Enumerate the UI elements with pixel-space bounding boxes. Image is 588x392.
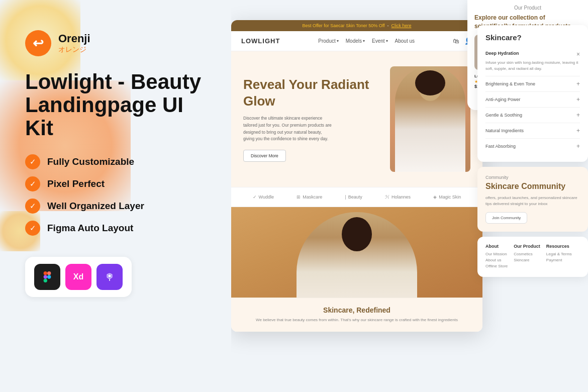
plus-icon: +: [576, 127, 580, 134]
xd-icon: Xd: [65, 264, 91, 290]
footer-col-product: Our Product Cosmetics Skincare: [514, 244, 540, 270]
right-panels: Skincare? Deep Hydration × Infuse your s…: [477, 25, 588, 277]
brand-magicskin: ◈ Magic Skin: [433, 194, 461, 200]
faq-panel: Skincare? Deep Hydration × Infuse your s…: [477, 25, 588, 162]
svg-point-6: [109, 274, 111, 277]
feature-label: Fully Customizable: [47, 156, 134, 167]
footer-columns: About Our Mission About us Offline Store…: [485, 244, 580, 270]
svg-rect-1: [47, 271, 51, 275]
plus-icon: +: [576, 80, 580, 87]
check-icon: ✓: [25, 154, 40, 169]
site-logo: LOWLIGHT: [241, 37, 280, 45]
faq-item-brightening[interactable]: Brightening & Even Tone +: [485, 76, 580, 92]
community-description: offers, product launches, and personaliz…: [485, 195, 580, 207]
footer-col-item[interactable]: About us: [485, 258, 508, 262]
svg-point-4: [47, 275, 51, 278]
brand-row: ↩ Orenji オレンジ: [25, 30, 206, 56]
check-icon: ✓: [25, 176, 40, 191]
brand-strip: ✓ Wuddle ⊞ Maskcare | Beauty ℋ Holannes …: [231, 187, 482, 207]
svg-rect-0: [44, 271, 47, 275]
faq-item-natural[interactable]: Natural Ingredients +: [485, 123, 580, 139]
hero-title: Reveal Your Radiant Glow: [243, 76, 390, 109]
faq-label: Deep Hydration: [485, 51, 519, 58]
site-nav-links: Product ▾ Models ▾ Event ▾ About us: [290, 38, 443, 44]
topbar-text: Best Offer for Saecar Skin Toner 50% Off: [302, 23, 384, 28]
footer-col-item[interactable]: Cosmetics: [514, 252, 540, 256]
nav-link-about[interactable]: About us: [395, 38, 415, 44]
faq-item-header: Deep Hydration ×: [485, 51, 580, 58]
feature-label: Pixel Perfect: [47, 178, 105, 189]
brand-wuddle: ✓ Wuddle: [253, 194, 274, 200]
footer-col-item[interactable]: Offline Store: [485, 264, 508, 268]
brand-japanese: オレンジ: [58, 45, 90, 54]
brand-logo-icon: ↩: [25, 30, 51, 56]
faq-description: Infuse your skin with long-lasting moist…: [485, 60, 580, 72]
check-icon: ✓: [25, 221, 40, 236]
topbar-cta[interactable]: Click here: [391, 23, 412, 28]
site-nav: LOWLIGHT Product ▾ Models ▾ Event ▾ Abou…: [231, 31, 482, 51]
svg-rect-3: [44, 278, 47, 282]
faq-item-antiaging[interactable]: Anti-Aging Power +: [485, 92, 580, 108]
brand-text: Orenji オレンジ: [58, 32, 90, 54]
community-title: Skincare Community: [485, 182, 580, 191]
brand-name: Orenji: [58, 32, 90, 45]
site-bottom-text: Skincare, Redefined We believe that true…: [231, 298, 482, 332]
footer-col-item[interactable]: Payment: [546, 258, 572, 262]
feature-label: Figma Auto Layout: [47, 223, 133, 234]
site-hero: Reveal Your Radiant Glow Discover the ul…: [231, 51, 482, 187]
footer-panel: About Our Mission About us Offline Store…: [477, 237, 588, 277]
nav-link-models[interactable]: Models ▾: [346, 38, 365, 44]
community-join-button[interactable]: Join Community: [485, 212, 527, 224]
footer-col-item[interactable]: Legal & Terms: [546, 252, 572, 256]
minus-icon: ×: [576, 51, 580, 58]
penpot-icon: [96, 264, 123, 290]
preview-area: Best Offer for Saecar Skin Toner 50% Off…: [231, 0, 588, 392]
website-mockup: Best Offer for Saecar Skin Toner 50% Off…: [231, 20, 482, 332]
site-topbar: Best Offer for Saecar Skin Toner 50% Off…: [231, 20, 482, 31]
main-title: Lowlight - Beauty Landingpage UI Kit: [25, 70, 206, 140]
faq-item-absorbing[interactable]: Fast Absorbing +: [485, 139, 580, 154]
plus-icon: +: [576, 96, 580, 103]
footer-col-about: About Our Mission About us Offline Store: [485, 244, 508, 270]
tool-icons-row: Xd: [25, 257, 132, 297]
feature-item-pixel: ✓ Pixel Perfect: [25, 176, 206, 191]
site-bottom-desc: We believe that true beauty comes from w…: [243, 317, 470, 324]
plus-icon: +: [576, 143, 580, 150]
footer-col-resources: Resources Legal & Terms Payment: [546, 244, 572, 270]
plus-icon: +: [576, 112, 580, 119]
brand-holannes: ℋ Holannes: [385, 194, 411, 200]
feature-label: Well Organized Layer: [47, 201, 144, 212]
hero-text: Reveal Your Radiant Glow Discover the ul…: [243, 76, 390, 161]
brand-beauty: | Beauty: [345, 194, 362, 200]
community-label: Community: [485, 175, 580, 180]
nav-link-event[interactable]: Event ▾: [372, 38, 388, 44]
bag-icon[interactable]: 🛍: [453, 37, 459, 45]
hero-description: Discover the ultimate skincare experienc…: [243, 115, 334, 142]
faq-title: Skincare?: [485, 33, 580, 42]
footer-col-title: Resources: [546, 244, 572, 249]
hero-cta-button[interactable]: Discover More: [243, 150, 286, 162]
check-icon: ✓: [25, 199, 40, 214]
site-lower-photo: [231, 207, 482, 298]
footer-col-title: About: [485, 244, 508, 249]
feature-item-organized: ✓ Well Organized Layer: [25, 199, 206, 214]
figma-icon: [34, 264, 60, 290]
feature-list: ✓ Fully Customizable ✓ Pixel Perfect ✓ W…: [25, 154, 206, 236]
feature-item-customizable: ✓ Fully Customizable: [25, 154, 206, 169]
footer-col-item[interactable]: Our Mission: [485, 252, 508, 256]
footer-col-item[interactable]: Skincare: [514, 258, 540, 262]
feature-item-autolayout: ✓ Figma Auto Layout: [25, 221, 206, 236]
brand-maskcare: ⊞ Maskcare: [297, 194, 322, 200]
svg-rect-2: [44, 275, 47, 278]
community-panel: Community Skincare Community offers, pro…: [477, 167, 588, 232]
nav-link-product[interactable]: Product ▾: [318, 38, 338, 44]
faq-item-hydration[interactable]: Deep Hydration × Infuse your skin with l…: [485, 47, 580, 76]
site-bottom-heading: Skincare, Redefined: [243, 306, 470, 314]
footer-col-title: Our Product: [514, 244, 540, 249]
left-panel: ↩ Orenji オレンジ Lowlight - Beauty Landingp…: [0, 0, 231, 392]
product-panel-label: Our Product: [474, 5, 581, 11]
faq-item-soothing[interactable]: Gentle & Soothing +: [485, 108, 580, 123]
hero-image: [390, 66, 470, 172]
